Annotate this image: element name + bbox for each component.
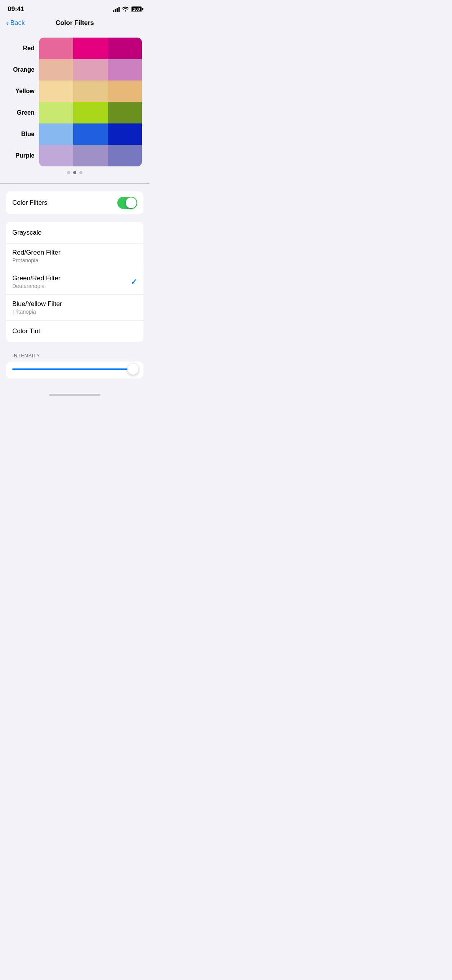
row-title: Blue/Yellow Filter [12, 300, 62, 308]
color-label-blue: Blue [8, 123, 35, 145]
color-cell-0-0 [39, 38, 73, 59]
back-button[interactable]: ‹ Back [6, 19, 25, 27]
color-row [39, 38, 142, 59]
color-grid-container: Red Orange Yellow Green Blue Purple [8, 38, 142, 166]
color-label-green: Green [8, 102, 35, 123]
home-indicator [0, 386, 150, 400]
color-label-red: Red [8, 38, 35, 59]
battery-icon: 100 [131, 7, 142, 12]
slider-track [12, 368, 137, 370]
color-filters-toggle[interactable] [117, 197, 137, 209]
color-row [39, 59, 142, 81]
color-filters-label: Color Filters [12, 199, 48, 207]
color-filters-toggle-section: Color Filters [6, 191, 143, 214]
page-dot-1[interactable] [73, 171, 76, 174]
signal-icon [113, 7, 120, 12]
page-dots [8, 166, 142, 180]
status-time: 09:41 [8, 5, 24, 13]
color-grid [39, 38, 142, 166]
checkmark-icon: ✓ [131, 277, 137, 286]
home-bar [49, 394, 100, 396]
wifi-icon [122, 6, 129, 13]
color-cell-2-2 [108, 81, 142, 102]
nav-bar: ‹ Back Color Filters [0, 16, 150, 31]
color-row [39, 123, 142, 145]
color-cell-2-0 [39, 81, 73, 102]
color-labels: Red Orange Yellow Green Blue Purple [8, 38, 35, 166]
section-divider [0, 183, 150, 184]
color-grid-section: Red Orange Yellow Green Blue Purple [0, 31, 150, 183]
row-title: Green/Red Filter [12, 275, 61, 282]
status-bar: 09:41 100 [0, 0, 150, 16]
filter-option-row-2[interactable]: Green/Red FilterDeuteranopia✓ [6, 269, 143, 295]
page-title: Color Filters [56, 19, 94, 27]
color-cell-0-2 [108, 38, 142, 59]
color-cell-4-1 [73, 123, 107, 145]
color-cell-3-0 [39, 102, 73, 123]
color-row [39, 102, 142, 123]
filter-option-row-1[interactable]: Red/Green FilterProtanopia [6, 243, 143, 269]
filter-option-row-3[interactable]: Blue/Yellow FilterTritanopia [6, 295, 143, 321]
row-title: Red/Green Filter [12, 249, 61, 257]
color-label-purple: Purple [8, 145, 35, 166]
color-cell-5-1 [73, 145, 107, 166]
color-cell-3-1 [73, 102, 107, 123]
row-title: Color Tint [12, 327, 40, 335]
row-text: Red/Green FilterProtanopia [12, 249, 61, 263]
row-text: Blue/Yellow FilterTritanopia [12, 300, 62, 315]
color-cell-3-2 [108, 102, 142, 123]
page-dot-0[interactable] [67, 171, 70, 174]
color-cell-4-2 [108, 123, 142, 145]
filter-option-row-0[interactable]: Grayscale [6, 222, 143, 243]
color-cell-1-1 [73, 59, 107, 81]
slider-container [6, 362, 143, 378]
intensity-label: INTENSITY [0, 350, 150, 360]
color-label-orange: Orange [8, 59, 35, 81]
slider-fill [12, 368, 127, 370]
back-label: Back [10, 19, 25, 27]
filter-option-row-4[interactable]: Color Tint [6, 321, 143, 342]
color-cell-1-0 [39, 59, 73, 81]
intensity-section [6, 362, 143, 378]
color-row [39, 81, 142, 102]
row-subtitle: Deuteranopia [12, 283, 61, 289]
page-dot-2[interactable] [79, 171, 82, 174]
filter-options-section: GrayscaleRed/Green FilterProtanopiaGreen… [6, 222, 143, 342]
toggle-knob [126, 197, 136, 208]
status-icons: 100 [113, 6, 142, 13]
row-text: Color Tint [12, 327, 40, 335]
row-text: Grayscale [12, 229, 42, 237]
row-subtitle: Protanopia [12, 257, 61, 263]
color-row [39, 145, 142, 166]
color-cell-2-1 [73, 81, 107, 102]
color-cell-5-0 [39, 145, 73, 166]
row-subtitle: Tritanopia [12, 309, 62, 315]
row-text: Green/Red FilterDeuteranopia [12, 275, 61, 289]
color-cell-1-2 [108, 59, 142, 81]
back-chevron-icon: ‹ [6, 19, 9, 27]
color-label-yellow: Yellow [8, 81, 35, 102]
slider-thumb[interactable] [128, 364, 138, 375]
row-title: Grayscale [12, 229, 42, 237]
color-cell-4-0 [39, 123, 73, 145]
color-cell-5-2 [108, 145, 142, 166]
color-filters-row: Color Filters [6, 191, 143, 214]
color-cell-0-1 [73, 38, 107, 59]
